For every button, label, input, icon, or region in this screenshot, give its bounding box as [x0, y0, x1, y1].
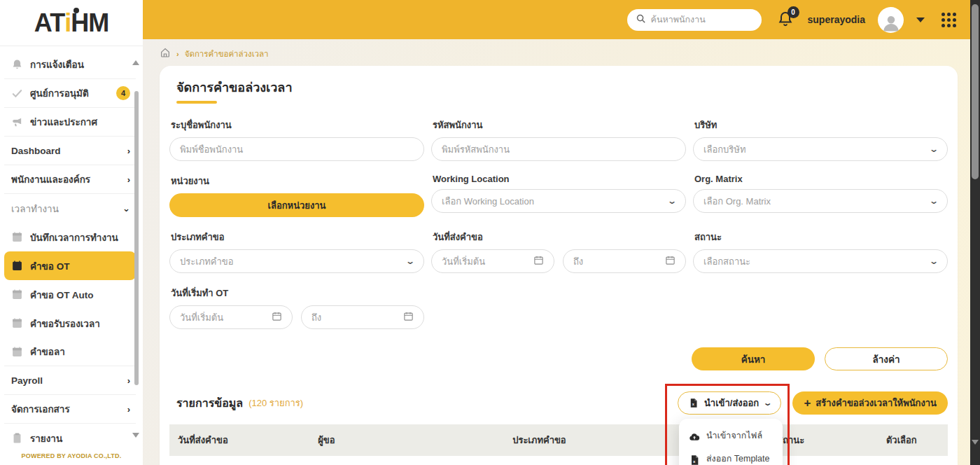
- chevron-down-icon: ⌄: [405, 256, 415, 266]
- clear-button[interactable]: ล้างค่า: [825, 347, 948, 370]
- chevron-down-icon: ⌄: [763, 398, 773, 408]
- search-button[interactable]: ค้นหา: [692, 347, 815, 370]
- calendar-icon: [11, 346, 23, 358]
- approval-count-badge: 4: [116, 86, 130, 100]
- status-field: สถานะ เลือกสถานะ⌄: [693, 230, 948, 273]
- sidebar-item-label: รายงาน: [30, 431, 130, 446]
- sidebar-item-label: ศูนย์การอนุมัติ: [30, 85, 116, 101]
- sidebar-item-payroll[interactable]: Payroll ›: [4, 366, 136, 395]
- list-count: (120 รายการ): [248, 396, 303, 410]
- breadcrumb-separator: ›: [176, 50, 179, 58]
- chevron-right-icon: ›: [127, 174, 130, 185]
- notification-count-badge: 0: [788, 6, 799, 18]
- scroll-up-icon[interactable]: [132, 60, 139, 65]
- working-location-select[interactable]: เลือก Working Location⌄: [431, 189, 686, 213]
- calendar-icon: [11, 289, 23, 300]
- title-accent-bar: [176, 101, 217, 104]
- page-title: จัดการคำขอล่วงเวลา: [176, 77, 948, 97]
- calendar-icon: [11, 260, 23, 272]
- field-label: วันที่ส่งคำขอ: [433, 230, 686, 244]
- employee-search[interactable]: [627, 9, 762, 31]
- field-label: ระบุชื่อพนักงาน: [171, 118, 424, 132]
- calendar-icon: [272, 311, 282, 324]
- sidebar-item-time-records[interactable]: บันทึกเวลาการทำงาน: [4, 223, 136, 251]
- company-select[interactable]: เลือกบริษัท⌄: [693, 137, 948, 161]
- table-row[interactable]: 17/02/2026 superayodia ขอให้บุคคลอื่น อน…: [169, 456, 948, 465]
- menu-item-label: ส่งออก Template Excel: [706, 454, 773, 465]
- sidebar-item-time-certification[interactable]: คำขอรับรองเวลา: [4, 309, 136, 338]
- create-button-label: สร้างคำขอล่วงเวลาให้พนักงาน: [816, 396, 937, 410]
- column-header-status: สถานะ: [769, 424, 878, 456]
- chevron-down-icon: ⌄: [667, 196, 677, 206]
- sidebar-item-label: การแจ้งเตือน: [30, 57, 130, 72]
- employee-name-input[interactable]: [180, 144, 414, 155]
- notifications-button[interactable]: 0: [777, 11, 795, 29]
- scroll-down-icon[interactable]: [972, 440, 979, 445]
- status-select[interactable]: เลือกสถานะ⌄: [693, 249, 948, 273]
- calendar-icon: [11, 231, 23, 243]
- sidebar-item-reports[interactable]: รายงาน: [4, 424, 136, 452]
- menu-item-label: นำเข้าจากไฟล์: [706, 431, 762, 442]
- home-icon[interactable]: [160, 47, 171, 61]
- content-area: › จัดการคำขอค่าล่วงเวลา จัดการคำขอล่วงเว…: [143, 39, 980, 465]
- calendar-icon: [533, 255, 544, 268]
- request-date-start-input[interactable]: วันที่เริ่มต้น: [431, 249, 554, 273]
- ot-start-date-field: วันที่เริ่มทำ OT วันที่เริ่มต้น ถึง: [169, 286, 424, 329]
- powered-by-label: POWERED BY AYODIA CO.,LTD.: [0, 452, 143, 459]
- field-label: สถานะ: [694, 230, 948, 244]
- column-header-type: ประเภทคำขอ: [504, 424, 668, 456]
- menu-item-import-from-file[interactable]: นำเข้าจากไฟล์: [679, 425, 783, 448]
- request-type-select[interactable]: ประเภทคำขอ⌄: [169, 249, 424, 273]
- sidebar-item-label: เวลาทำงาน: [11, 201, 122, 216]
- sidebar-item-leave-request[interactable]: คำขอลา: [4, 338, 136, 366]
- import-export-button[interactable]: x นำเข้า/ส่งออก ⌄: [678, 391, 781, 415]
- logo[interactable]: ATiHM: [0, 0, 143, 46]
- ot-date-start-input[interactable]: วันที่เริ่มต้น: [169, 305, 293, 329]
- sidebar-item-approval-center[interactable]: ศูนย์การอนุมัติ 4: [4, 79, 136, 108]
- create-ot-request-button[interactable]: + สร้างคำขอล่วงเวลาให้พนักงาน: [792, 391, 948, 415]
- sidebar-item-ot-request[interactable]: คำขอ OT: [4, 251, 136, 280]
- employee-name-field: ระบุชื่อพนักงาน: [169, 118, 424, 161]
- sidebar-item-news[interactable]: ข่าวและประกาศ: [4, 108, 136, 137]
- menu-item-export-template[interactable]: x ส่งออก Template Excel: [679, 448, 783, 465]
- plus-icon: +: [804, 396, 811, 410]
- sidebar-item-working-time[interactable]: เวลาทำงาน ⌄: [4, 194, 136, 223]
- apps-grid-icon[interactable]: [941, 13, 956, 27]
- page-scrollbar[interactable]: [970, 0, 980, 465]
- profile-chevron-down-icon[interactable]: [916, 18, 925, 22]
- org-matrix-select[interactable]: เลือก Org. Matrix⌄: [693, 189, 948, 213]
- breadcrumb-current[interactable]: จัดการคำขอค่าล่วงเวลา: [185, 48, 269, 60]
- scroll-down-icon[interactable]: [132, 433, 139, 438]
- employee-code-input[interactable]: [442, 144, 676, 155]
- chevron-down-icon: ⌄: [122, 203, 130, 214]
- sidebar-item-label: คำขอลา: [30, 344, 130, 359]
- chevron-down-icon: ⌄: [929, 144, 939, 154]
- sidebar-item-employees-org[interactable]: พนักงานและองค์กร ›: [4, 165, 136, 194]
- sidebar-item-label: จัดการเอกสาร: [11, 401, 127, 417]
- bell-icon: [11, 59, 23, 71]
- column-header-requester: ผู้ขอ: [309, 424, 504, 456]
- field-label: บริษัท: [694, 118, 948, 132]
- scrollbar-thumb[interactable]: [972, 4, 979, 179]
- sidebar-item-dashboard[interactable]: Dashboard ›: [4, 137, 136, 165]
- chevron-right-icon: ›: [127, 146, 130, 156]
- request-date-end-input[interactable]: ถึง: [563, 249, 686, 273]
- main-area: 0 superayodia › จัดการคำขอค่าล่วงเวลา จั…: [143, 0, 980, 465]
- sidebar-item-documents[interactable]: จัดการเอกสาร ›: [4, 395, 136, 424]
- sidebar-item-notifications[interactable]: การแจ้งเตือน: [4, 50, 136, 79]
- search-input[interactable]: [651, 15, 753, 25]
- sidebar-menu: การแจ้งเตือน ศูนย์การอนุมัติ 4 ข่าวและปร…: [0, 46, 143, 452]
- avatar[interactable]: [878, 7, 904, 33]
- field-label: ประเภทคำขอ: [171, 230, 424, 244]
- chevron-right-icon: ›: [127, 404, 130, 415]
- logo-text: AT: [34, 8, 64, 38]
- select-department-button[interactable]: เลือกหน่วยงาน: [169, 193, 424, 217]
- sidebar-scrollbar[interactable]: [134, 91, 139, 385]
- ot-date-end-input[interactable]: ถึง: [301, 305, 424, 329]
- calendar-icon: [403, 311, 414, 324]
- table-header-row: วันที่ส่งคำขอ ผู้ขอ ประเภทคำขอ สถานะ ตัว…: [169, 424, 948, 456]
- person-icon: [881, 12, 902, 33]
- list-title: รายการข้อมูล: [176, 394, 243, 412]
- calendar-icon: [11, 317, 23, 329]
- sidebar-item-ot-auto[interactable]: คำขอ OT Auto: [4, 280, 136, 309]
